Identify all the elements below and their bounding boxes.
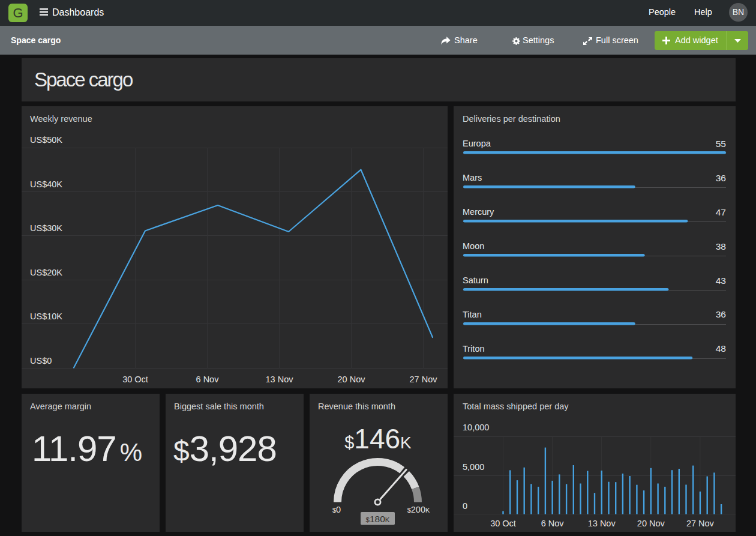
svg-text:US$50K: US$50K (30, 135, 62, 145)
svg-text:US$40K: US$40K (30, 179, 62, 189)
svg-text:$146K: $146K (344, 423, 412, 454)
svg-text:$0: $0 (332, 505, 341, 514)
svg-text:20 Nov: 20 Nov (637, 519, 665, 528)
svg-text:30 Oct: 30 Oct (122, 375, 148, 384)
svg-text:36: 36 (716, 309, 726, 319)
svg-text:0: 0 (463, 501, 467, 511)
svg-text:Titan: Titan (463, 310, 482, 319)
svg-text:36: 36 (716, 173, 726, 183)
svg-text:US$0: US$0 (30, 356, 52, 366)
svg-text:US$30K: US$30K (30, 223, 62, 233)
svg-text:20 Nov: 20 Nov (338, 375, 366, 384)
svg-text:11.97%: 11.97% (32, 429, 142, 469)
svg-text:43: 43 (716, 276, 726, 286)
svg-text:Mercury: Mercury (463, 207, 494, 217)
svg-text:30 Oct: 30 Oct (490, 519, 516, 528)
svg-text:55: 55 (716, 139, 726, 149)
svg-text:6 Nov: 6 Nov (541, 519, 565, 528)
svg-text:48: 48 (716, 343, 726, 354)
svg-text:Mars: Mars (463, 173, 482, 182)
svg-text:Europa: Europa (463, 139, 491, 148)
svg-text:47: 47 (716, 207, 726, 217)
svg-text:Triton: Triton (463, 344, 485, 354)
svg-text:Moon: Moon (463, 241, 484, 251)
svg-text:$3,928: $3,928 (173, 429, 277, 469)
svg-text:27 Nov: 27 Nov (686, 519, 715, 528)
svg-text:38: 38 (716, 241, 726, 251)
svg-text:Saturn: Saturn (463, 276, 488, 285)
svg-text:6 Nov: 6 Nov (196, 375, 220, 384)
svg-text:$200K: $200K (407, 505, 430, 514)
svg-text:13 Nov: 13 Nov (588, 519, 616, 528)
svg-text:27 Nov: 27 Nov (410, 375, 438, 384)
svg-text:US$20K: US$20K (30, 268, 62, 277)
svg-text:10,000: 10,000 (463, 423, 489, 432)
svg-text:US$10K: US$10K (30, 312, 62, 321)
svg-text:5,000: 5,000 (463, 462, 484, 472)
svg-text:13 Nov: 13 Nov (266, 375, 294, 384)
